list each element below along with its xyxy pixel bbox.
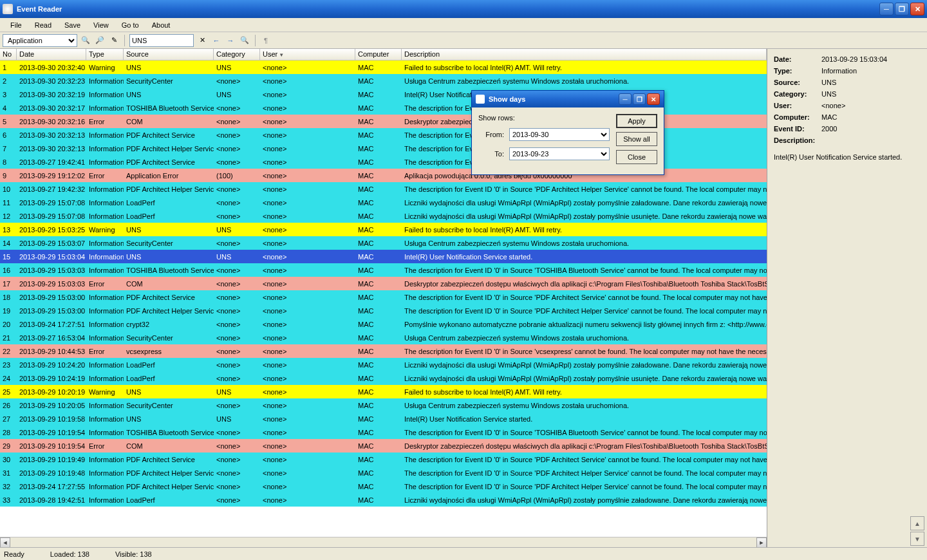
table-row[interactable]: 112013-09-29 15:07:08InformationLoadPerf… xyxy=(0,196,767,209)
cell: MAC xyxy=(355,321,402,328)
menu-view[interactable]: View xyxy=(87,20,115,30)
table-row[interactable]: 242013-09-29 10:24:19InformationLoadPerf… xyxy=(0,371,767,385)
table-row[interactable]: 332013-09-28 19:42:51InformationLoadPerf… xyxy=(0,493,767,507)
menu-save[interactable]: Save xyxy=(58,20,87,30)
table-row[interactable]: 132013-09-29 15:03:25WarningUNSUNS<none>… xyxy=(0,223,767,236)
table-row[interactable]: 292013-09-29 10:19:54ErrorCOM<none><none… xyxy=(0,439,767,453)
table-row[interactable]: 222013-09-29 10:44:53Errorvcsexpress<non… xyxy=(0,344,767,358)
window-close-button[interactable]: ✕ xyxy=(910,3,924,15)
table-row[interactable]: 202013-09-24 17:27:51Informationcrypt32<… xyxy=(0,317,767,331)
table-row[interactable]: 272013-09-29 10:19:58InformationUNSUNS<n… xyxy=(0,412,767,425)
table-row[interactable]: 252013-09-29 10:20:19WarningUNSUNS<none>… xyxy=(0,385,767,398)
cell: The description for Event ID '0' in Sour… xyxy=(402,294,767,301)
table-row[interactable]: 212013-09-27 16:53:04InformationSecurity… xyxy=(0,331,767,344)
col-header-user[interactable]: User▼ xyxy=(260,49,355,60)
table-row[interactable]: 232013-09-29 10:24:20InformationLoadPerf… xyxy=(0,358,767,371)
cell: 19 xyxy=(0,307,17,315)
cell: 18 xyxy=(0,294,17,301)
cell: Information xyxy=(86,456,124,463)
window-title: Event Reader xyxy=(17,5,62,13)
log-select[interactable]: Application xyxy=(3,34,77,47)
col-header-computer[interactable]: Computer xyxy=(355,49,402,60)
table-row[interactable]: 102013-09-27 19:42:32InformationPDF Arch… xyxy=(0,182,767,196)
window-maximize-button[interactable]: ❐ xyxy=(895,3,909,15)
from-date-select[interactable]: 2013-09-30 xyxy=(509,128,610,141)
cell: 28 xyxy=(0,429,17,436)
table-row[interactable]: 322013-09-24 17:27:55InformationPDF Arch… xyxy=(0,480,767,493)
cell: MAC xyxy=(355,402,402,409)
dialog-close-button[interactable]: ✕ xyxy=(647,93,660,105)
dialog-maximize-button[interactable]: ❐ xyxy=(633,93,646,105)
horizontal-scrollbar[interactable]: ◄ ► xyxy=(0,537,767,547)
cell: Error xyxy=(86,348,124,355)
table-row[interactable]: 302013-09-29 10:19:49InformationPDF Arch… xyxy=(0,453,767,466)
cell: 2013-09-29 10:20:19 xyxy=(17,388,86,396)
close-button[interactable]: Close xyxy=(616,150,657,164)
table-row[interactable]: 282013-09-29 10:19:54InformationTOSHIBA … xyxy=(0,425,767,439)
cell: MAC xyxy=(355,334,402,342)
dialog-minimize-button[interactable]: ─ xyxy=(619,93,632,105)
refresh-icon[interactable]: 🔍 xyxy=(80,35,91,46)
cell: PDF Architect Service xyxy=(124,294,214,301)
table-row[interactable]: 122013-09-29 15:07:08InformationLoadPerf… xyxy=(0,209,767,223)
table-row[interactable]: 182013-09-29 15:03:00InformationPDF Arch… xyxy=(0,290,767,304)
col-header-source[interactable]: Source xyxy=(124,49,214,60)
col-header-type[interactable]: Type xyxy=(86,49,124,60)
table-row[interactable]: 312013-09-29 10:19:48InformationPDF Arch… xyxy=(0,466,767,480)
record-next-button[interactable]: ▼ xyxy=(910,532,924,546)
col-header-date[interactable]: Date xyxy=(17,49,86,60)
cell: PDF Architect Service xyxy=(124,456,214,463)
table-row[interactable]: 172013-09-29 15:03:03ErrorCOM<none><none… xyxy=(0,277,767,290)
col-header-description[interactable]: Description xyxy=(402,49,767,60)
table-row[interactable]: 142013-09-29 15:03:07InformationSecurity… xyxy=(0,236,767,250)
table-row[interactable]: 12013-09-30 20:32:40WarningUNSUNS<none>M… xyxy=(0,61,767,74)
menu-file[interactable]: File xyxy=(4,20,28,30)
show-days-dialog: Show days ─ ❐ ✕ Show rows: From: 2013-09… xyxy=(471,90,664,175)
cell: <none> xyxy=(214,348,260,355)
apply-button[interactable]: Apply xyxy=(616,114,657,128)
show-all-button[interactable]: Show all xyxy=(616,132,657,146)
status-ready: Ready xyxy=(4,550,24,558)
brush-icon[interactable]: ✎ xyxy=(108,35,120,46)
table-row[interactable]: 152013-09-29 15:03:04InformationUNSUNS<n… xyxy=(0,250,767,263)
search-input[interactable] xyxy=(129,34,194,47)
table-row[interactable]: 162013-09-29 15:03:03InformationTOSHIBA … xyxy=(0,263,767,277)
table-row[interactable]: 192013-09-29 15:03:00InformationPDF Arch… xyxy=(0,304,767,317)
menu-read[interactable]: Read xyxy=(28,20,58,30)
cell: <none> xyxy=(260,212,355,220)
scroll-right-icon[interactable]: ► xyxy=(756,537,767,547)
cell: 2013-09-30 20:32:13 xyxy=(17,145,86,153)
cell: <none> xyxy=(214,118,260,126)
dialog-titlebar[interactable]: Show days ─ ❐ ✕ xyxy=(472,91,664,107)
cell: Information xyxy=(86,145,124,153)
cell: <none> xyxy=(260,266,355,274)
cell: Usługa Centrum zabezpieczeń systemu Wind… xyxy=(402,334,767,342)
cell: The description for Event ID '0' in Sour… xyxy=(402,266,767,274)
cell: Information xyxy=(86,415,124,423)
cell: 2013-09-29 10:19:54 xyxy=(17,429,86,436)
find-color-icon[interactable]: 🔎 xyxy=(94,35,106,46)
paragraph-icon[interactable]: ¶ xyxy=(260,35,272,46)
window-minimize-button[interactable]: ─ xyxy=(879,3,894,15)
cell: 2013-09-29 15:03:07 xyxy=(17,239,86,247)
table-row[interactable]: 262013-09-29 10:20:05InformationSecurity… xyxy=(0,398,767,412)
menu-about[interactable]: About xyxy=(145,20,177,30)
cell: Error xyxy=(86,172,124,180)
zoom-icon[interactable]: 🔍 xyxy=(239,35,250,46)
col-header-no[interactable]: No xyxy=(0,49,17,60)
cell: Intel(R) User Notification Service start… xyxy=(402,415,767,423)
to-date-select[interactable]: 2013-09-23 xyxy=(509,147,610,160)
nav-forward-icon[interactable]: → xyxy=(225,35,236,46)
scroll-left-icon[interactable]: ◄ xyxy=(0,537,10,547)
table-row[interactable]: 22013-09-30 20:32:23InformationSecurityC… xyxy=(0,74,767,88)
nav-back-icon[interactable]: ← xyxy=(211,35,222,46)
record-prev-button[interactable]: ▲ xyxy=(910,516,924,530)
cell: Information xyxy=(86,496,124,504)
cell: <none> xyxy=(214,402,260,409)
cell: 2013-09-29 15:03:00 xyxy=(17,307,86,315)
cell: 2013-09-29 10:19:54 xyxy=(17,442,86,450)
menu-go-to[interactable]: Go to xyxy=(115,20,145,30)
cell: Application Error xyxy=(124,172,214,180)
search-clear-icon[interactable]: ✕ xyxy=(196,35,208,46)
col-header-category[interactable]: Category xyxy=(214,49,260,60)
